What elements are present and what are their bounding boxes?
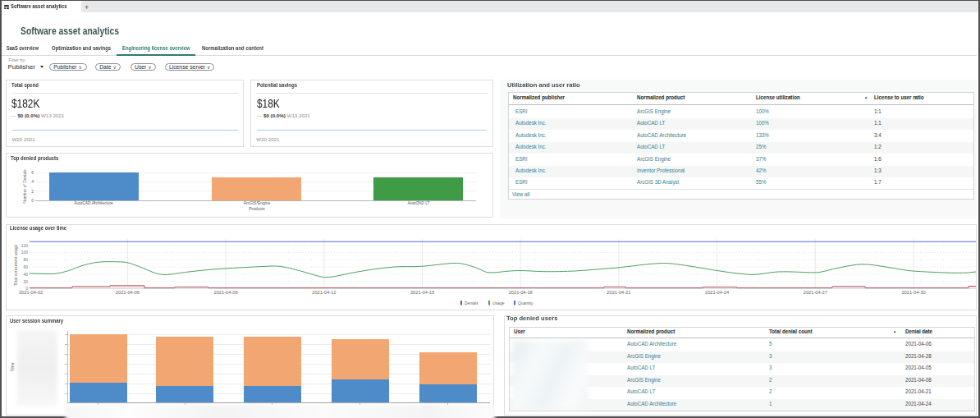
svg-text:100: 100 bbox=[21, 250, 29, 255]
svg-text:2021-04-27: 2021-04-27 bbox=[804, 290, 827, 295]
svg-text:40: 40 bbox=[23, 272, 28, 277]
svg-text:2021-04-15: 2021-04-15 bbox=[410, 290, 434, 295]
svg-text:80: 80 bbox=[23, 257, 28, 262]
svg-text:2021-04-30: 2021-04-30 bbox=[901, 290, 925, 295]
svg-text:Usage: Usage bbox=[492, 301, 505, 305]
svg-text:2021-04-18: 2021-04-18 bbox=[509, 290, 533, 295]
svg-text:Denials: Denials bbox=[465, 301, 479, 305]
svg-text:60: 60 bbox=[23, 264, 28, 269]
svg-text:2021-04-12: 2021-04-12 bbox=[312, 290, 336, 295]
svg-text:Quantity: Quantity bbox=[518, 301, 534, 305]
svg-text:2021-04-06: 2021-04-06 bbox=[116, 290, 140, 295]
svg-text:20: 20 bbox=[23, 279, 28, 284]
svg-text:2021-04-09: 2021-04-09 bbox=[214, 290, 238, 295]
svg-text:2021-04-02: 2021-04-02 bbox=[19, 290, 43, 295]
svg-text:120: 120 bbox=[21, 243, 29, 248]
svg-text:2021-04-21: 2021-04-21 bbox=[607, 290, 630, 295]
svg-text:2021-04-24: 2021-04-24 bbox=[705, 290, 729, 295]
